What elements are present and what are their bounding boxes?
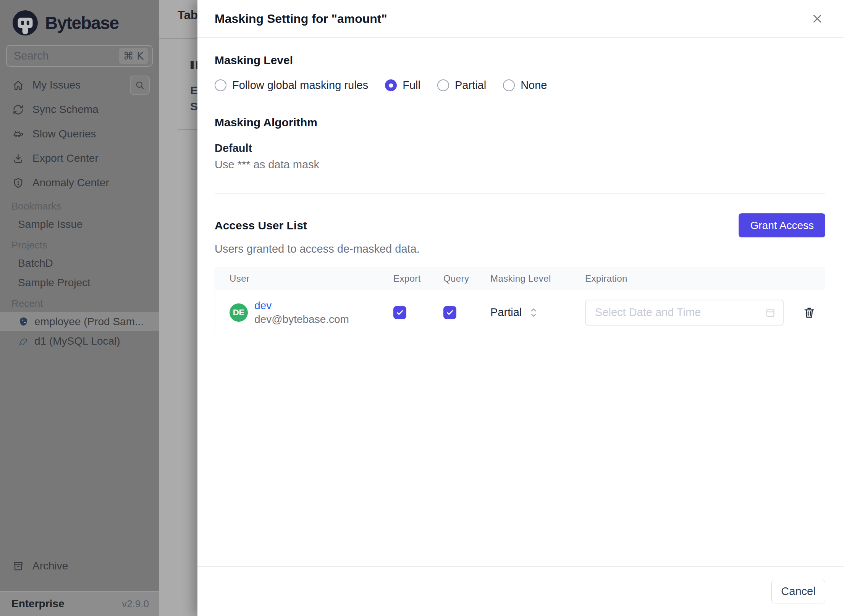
sub-item-label: employee (Prod Sam...	[34, 316, 144, 328]
radio-follow-global[interactable]: Follow global masking rules	[215, 79, 368, 92]
download-icon	[12, 153, 24, 164]
expiration-input-wrap	[585, 300, 784, 326]
radio-icon-selected[interactable]	[385, 79, 397, 91]
avatar: DE	[230, 303, 248, 322]
archive-label: Archive	[32, 560, 68, 572]
column-header-masking-level: Masking Level	[486, 273, 580, 284]
radio-none[interactable]: None	[503, 79, 547, 92]
section-recent: Recent	[0, 292, 159, 312]
background-partial-label: E	[190, 84, 197, 97]
access-user-list-subtitle: Users granted to access de-masked data.	[215, 243, 825, 255]
column-header-expiration: Expiration	[580, 273, 825, 284]
bytebase-logo-icon	[11, 9, 39, 37]
sub-item-label: Sample Issue	[18, 218, 83, 231]
sidebar-item-slow-queries[interactable]: Slow Queries	[0, 122, 159, 146]
masking-algorithm-heading: Masking Algorithm	[215, 116, 825, 129]
check-icon	[446, 308, 454, 317]
user-names: dev dev@bytebase.com	[254, 300, 349, 326]
sidebar-item-anomaly-center[interactable]: Anomaly Center	[0, 171, 159, 195]
search-shortcut-badge: ⌘ K	[119, 48, 148, 64]
access-user-table: User Export Query Masking Level Expirati…	[215, 267, 825, 335]
sidebar-item-label: Sync Schema	[32, 103, 150, 116]
search-placeholder: Search	[14, 50, 119, 62]
search-icon	[134, 80, 145, 90]
user-email: dev@bytebase.com	[254, 313, 349, 326]
expiration-date-input[interactable]	[585, 300, 784, 326]
radio-partial[interactable]: Partial	[437, 79, 486, 92]
algorithm-name: Default	[215, 142, 825, 155]
export-cell	[389, 306, 439, 319]
modal-body: Masking Level Follow global masking rule…	[197, 54, 844, 335]
table-header-row: User Export Query Masking Level Expirati…	[215, 267, 825, 290]
close-button[interactable]	[810, 12, 824, 26]
issue-search-button[interactable]	[130, 76, 150, 95]
turtle-icon	[12, 128, 24, 140]
section-bookmarks: Bookmarks	[0, 195, 159, 214]
radio-label: Full	[403, 79, 420, 92]
export-checkbox[interactable]	[393, 306, 406, 319]
archive-icon	[12, 560, 24, 572]
shield-icon	[12, 177, 24, 189]
background-divider	[159, 38, 197, 39]
modal-title: Masking Setting for "amount"	[215, 12, 387, 26]
sidebar-nav: My Issues Sync Schema Slow Queries Expor…	[0, 73, 159, 195]
background-page-heading: Tab	[178, 8, 197, 22]
masking-level-select[interactable]: Partial	[490, 306, 522, 319]
user-name-link[interactable]: dev	[254, 300, 349, 312]
column-header-export: Export	[389, 273, 439, 284]
sidebar-item-export-center[interactable]: Export Center	[0, 146, 159, 171]
sidebar-item-sync-schema[interactable]: Sync Schema	[0, 97, 159, 122]
masking-level-heading: Masking Level	[215, 54, 825, 67]
section-divider	[215, 193, 825, 194]
sidebar-item-d1-db[interactable]: d1 (MySQL Local)	[0, 331, 159, 351]
grant-access-button[interactable]: Grant Access	[739, 213, 825, 237]
background-partial-label: S	[190, 100, 197, 113]
radio-icon[interactable]	[215, 79, 226, 91]
sidebar-item-label: Anomaly Center	[32, 177, 150, 189]
column-header-user: User	[215, 273, 389, 284]
search-input[interactable]: Search ⌘ K	[6, 45, 153, 67]
sidebar-item-label: Slow Queries	[32, 128, 150, 140]
sidebar-item-my-issues[interactable]: My Issues	[0, 73, 159, 97]
postgresql-icon	[18, 316, 29, 327]
background-page-strip: Tab E S	[159, 0, 197, 616]
home-icon	[12, 79, 24, 91]
app-title: Bytebase	[45, 13, 119, 33]
modal-header: Masking Setting for "amount"	[197, 0, 844, 38]
radio-label: Partial	[455, 79, 486, 92]
algorithm-description: Use *** as data mask	[215, 158, 825, 171]
app-version: v2.9.0	[122, 598, 149, 610]
sidebar-item-batchd[interactable]: BatchD	[0, 253, 159, 273]
close-icon	[812, 13, 823, 24]
app-logo[interactable]: Bytebase	[0, 0, 159, 37]
user-cell: DE dev dev@bytebase.com	[215, 300, 389, 326]
trash-icon[interactable]	[803, 306, 816, 319]
expiration-cell	[580, 300, 825, 326]
section-projects: Projects	[0, 234, 159, 253]
access-user-list-heading: Access User List	[215, 219, 307, 232]
sub-item-label: d1 (MySQL Local)	[34, 335, 120, 347]
query-checkbox[interactable]	[443, 306, 456, 319]
radio-label: None	[521, 79, 547, 92]
table-row: DE dev dev@bytebase.com	[215, 290, 825, 335]
sub-item-label: Sample Project	[18, 277, 91, 289]
sidebar-item-employee-db[interactable]: employee (Prod Sam...	[0, 312, 159, 331]
radio-icon[interactable]	[503, 79, 515, 91]
calendar-icon[interactable]	[765, 307, 776, 318]
masking-level-radio-group: Follow global masking rules Full Partial…	[215, 79, 825, 92]
radio-full[interactable]: Full	[385, 79, 420, 92]
access-user-list-header: Access User List Grant Access	[215, 213, 825, 237]
sync-icon	[12, 104, 24, 116]
masking-level-cell: Partial	[486, 306, 580, 319]
sidebar-item-sample-project[interactable]: Sample Project	[0, 273, 159, 292]
plan-name: Enterprise	[11, 598, 65, 610]
plan-band: Enterprise v2.9.0	[0, 591, 159, 616]
sub-item-label: BatchD	[18, 257, 53, 269]
sidebar-item-sample-issue[interactable]: Sample Issue	[0, 214, 159, 234]
cancel-button[interactable]: Cancel	[771, 580, 825, 603]
radio-icon[interactable]	[437, 79, 449, 91]
sidebar-item-archive[interactable]: Archive	[0, 554, 159, 578]
masking-setting-panel: Masking Setting for "amount" Masking Lev…	[197, 0, 844, 616]
chevron-updown-icon[interactable]	[529, 306, 538, 319]
sidebar: Bytebase Search ⌘ K My Issues Sync Schem…	[0, 0, 159, 616]
